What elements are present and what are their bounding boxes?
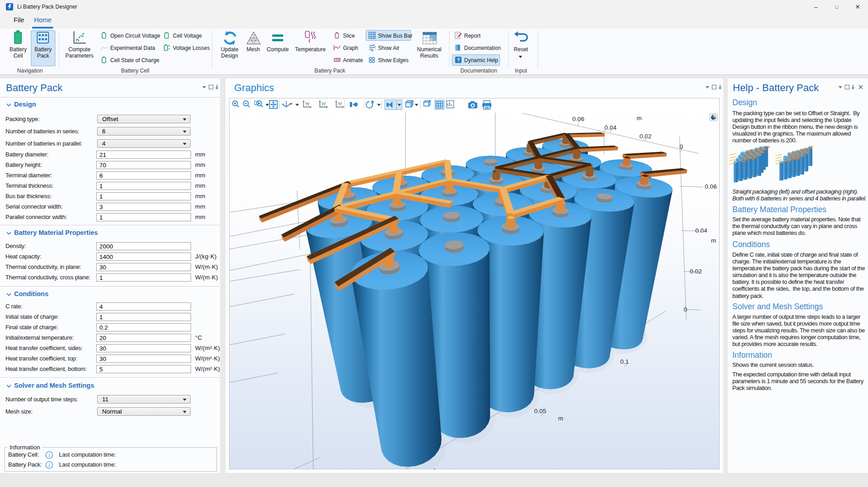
svg-text:0.06: 0.06 [705, 183, 716, 190]
svg-text:m: m [711, 237, 716, 244]
svg-text:i: i [49, 453, 50, 458]
svg-text:i: i [49, 463, 50, 468]
svg-text:m: m [558, 414, 563, 421]
svg-text:?: ? [457, 57, 460, 63]
svg-text:0.02: 0.02 [690, 268, 701, 274]
svg-text:0.04: 0.04 [604, 124, 617, 131]
svg-text:0: 0 [432, 467, 436, 469]
svg-text:0.02: 0.02 [639, 132, 651, 139]
svg-text:0: 0 [683, 306, 687, 312]
svg-text:0.05: 0.05 [534, 407, 546, 414]
svg-text:0.04: 0.04 [695, 227, 707, 234]
svg-text:0: 0 [679, 143, 683, 150]
svg-text:0.1: 0.1 [620, 358, 629, 365]
svg-text:0.06: 0.06 [572, 115, 584, 122]
svg-text:m: m [636, 114, 641, 121]
